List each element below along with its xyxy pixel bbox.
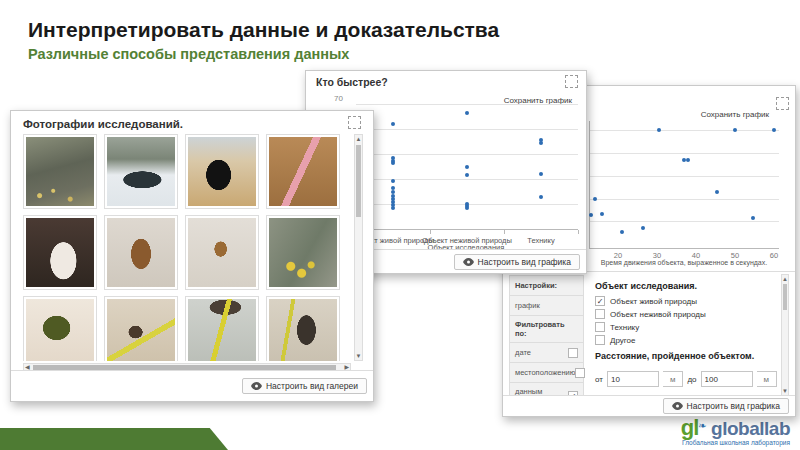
filter-option-Объект-неживой-природы[interactable]: Объект неживой природы <box>595 309 777 319</box>
filter-option-label: Другое <box>610 336 635 345</box>
sidebar-item-график[interactable]: график <box>509 295 584 316</box>
dark-cat-walking-on-tape-image <box>269 299 337 361</box>
data-point <box>751 216 755 220</box>
section-heading: Объект исследования. <box>595 281 777 291</box>
configure-chart-view-button[interactable]: Настроить вид графика <box>454 254 580 270</box>
range-to-input[interactable] <box>701 371 753 387</box>
y-axis-line <box>589 121 590 248</box>
filter-option-Объект-живой-природы[interactable]: ✓Объект живой природы <box>595 296 777 306</box>
unit-label: м <box>663 371 683 387</box>
photo-thumbnail-kitchen-floor-yellow-tape[interactable] <box>185 296 259 361</box>
sidebar-item-label: местоположению <box>515 368 575 377</box>
checkbox[interactable] <box>575 368 585 378</box>
data-point <box>391 122 395 126</box>
data-point <box>391 206 395 210</box>
hamster-with-measuring-tape-image <box>107 299 175 361</box>
x-axis-line <box>589 248 779 249</box>
data-point <box>391 179 395 183</box>
expand-icon[interactable] <box>348 116 361 129</box>
settings-scrollbar[interactable]: ▲ ▼ <box>781 274 789 396</box>
range-from-input[interactable] <box>607 371 659 387</box>
unit-label: м <box>757 371 777 387</box>
data-point <box>589 213 593 217</box>
data-point <box>391 190 395 194</box>
turtle-image <box>26 299 94 361</box>
checkbox[interactable] <box>595 335 605 345</box>
sidebar-item-Фильтровать-по-: Фильтровать по: <box>509 315 584 343</box>
sidebar-item-местоположению[interactable]: местоположению <box>509 362 584 383</box>
photo-thumbnail-small-brown-dog[interactable] <box>185 215 259 290</box>
gridline <box>356 154 578 155</box>
data-point <box>733 128 737 132</box>
gridline <box>356 179 578 180</box>
scroll-up-icon[interactable]: ▲ <box>782 275 788 283</box>
sidebar-item-label: Настройки: <box>515 281 557 290</box>
data-point <box>465 165 469 169</box>
photo-thumbnail-ducklings-outdoors[interactable] <box>266 215 340 290</box>
scroll-down-icon[interactable]: ▼ <box>782 387 788 395</box>
wood-floor-with-pink-tape-image <box>269 137 337 206</box>
scrollbar-thumb[interactable] <box>356 145 361 217</box>
data-point <box>600 212 604 216</box>
photo-thumbnail-turtle[interactable] <box>23 296 97 361</box>
axis-tick <box>504 230 505 234</box>
gridline <box>589 153 779 154</box>
photo-thumbnail-car-in-snow[interactable] <box>104 134 178 209</box>
photo-thumbnail-dark-cat-walking-on-tape[interactable] <box>266 296 340 361</box>
dachshund-dog-image <box>107 218 175 287</box>
data-point <box>539 195 543 199</box>
scatter-x-axis-title: Время движения объекта, выраженное в сек… <box>589 259 779 266</box>
data-point <box>465 173 469 177</box>
sidebar-item-label: Фильтровать по: <box>515 320 578 338</box>
configure-chart-view-button[interactable]: Настроить вид графика <box>663 398 789 414</box>
data-point <box>391 161 395 165</box>
sidebar-item-label: график <box>515 301 540 310</box>
checkbox[interactable] <box>595 322 605 332</box>
configure-chart-view-label: Настроить вид графика <box>478 257 571 267</box>
gallery-grid <box>23 134 349 361</box>
photo-thumbnail-dachshund-dog[interactable] <box>104 215 178 290</box>
scrollbar-thumb[interactable] <box>783 284 787 310</box>
settings-sidebar: Настройки:графикФильтровать по:датеместо… <box>509 275 584 399</box>
sidebar-item-дате[interactable]: дате <box>509 342 584 363</box>
range-from-label: от <box>595 375 603 384</box>
sidebar-item-Настройки-: Настройки: <box>509 275 584 296</box>
globallab-logo: gl❧ globallab Глобальная школьная лабора… <box>681 417 790 447</box>
white-cat-image <box>26 218 94 287</box>
data-point <box>539 172 543 176</box>
axis-tick <box>430 230 431 234</box>
chart-settings-panel: Настройки:графикФильтровать по:датеместо… <box>503 271 795 399</box>
car-in-snow-image <box>107 137 175 206</box>
photo-gallery-window: Фотографии исследований. ▲ ▼ ◀ ▶ Настрои… <box>10 110 374 402</box>
green-banner <box>0 428 228 450</box>
filter-option-label: Технику <box>610 323 639 332</box>
gallery-title: Фотографии исследований. <box>23 118 183 130</box>
data-point <box>539 141 543 145</box>
gridline <box>589 130 779 131</box>
photo-thumbnail-wood-floor-with-pink-tape[interactable] <box>266 134 340 209</box>
checkbox[interactable] <box>595 309 605 319</box>
gridline <box>356 104 578 105</box>
gridline <box>589 176 779 177</box>
slide-subtitle: Различные способы представления данных <box>28 46 349 62</box>
axis-tick <box>578 230 579 234</box>
filter-option-Другое[interactable]: Другое <box>595 335 777 345</box>
sidebar-item-label: дате <box>515 348 531 357</box>
photo-thumbnail-pond-with-autumn-leaves[interactable] <box>23 134 97 209</box>
configure-gallery-view-button[interactable]: Настроить вид галереи <box>242 378 367 394</box>
checkbox[interactable]: ✓ <box>595 296 605 306</box>
data-point <box>641 226 645 230</box>
x-axis-line <box>356 229 578 230</box>
data-point <box>657 128 661 132</box>
photo-thumbnail-white-cat[interactable] <box>23 215 97 290</box>
gridline <box>589 199 779 200</box>
slide: Интерпретировать данные и доказательства… <box>0 0 800 450</box>
scroll-up-icon[interactable]: ▲ <box>355 135 362 143</box>
photo-thumbnail-black-cat-on-floor[interactable] <box>185 134 259 209</box>
gallery-vertical-scrollbar[interactable]: ▲ ▼ <box>354 134 363 361</box>
scroll-down-icon[interactable]: ▼ <box>355 352 362 360</box>
photo-thumbnail-hamster-with-measuring-tape[interactable] <box>104 296 178 361</box>
checkbox[interactable] <box>568 348 578 358</box>
data-point <box>772 128 776 132</box>
filter-option-Технику[interactable]: Технику <box>595 322 777 332</box>
